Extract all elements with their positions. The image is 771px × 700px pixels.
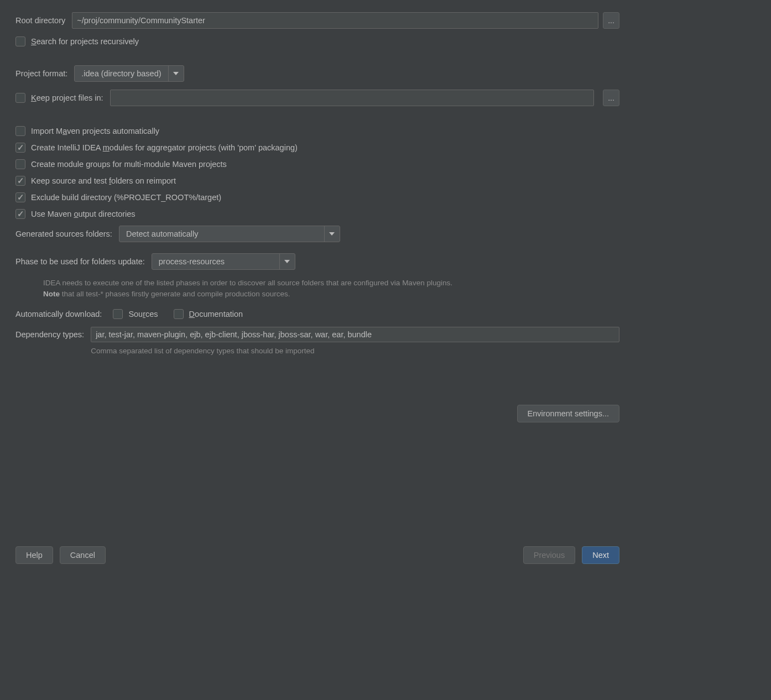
chevron-down-icon bbox=[324, 226, 340, 242]
download-docs-checkbox[interactable] bbox=[174, 309, 184, 319]
help-button[interactable]: Help bbox=[15, 546, 53, 564]
phase-label: Phase to be used for folders update: bbox=[15, 257, 145, 266]
keep-project-files-input[interactable] bbox=[110, 90, 594, 106]
search-recursively-checkbox[interactable] bbox=[15, 36, 25, 46]
chevron-down-icon bbox=[168, 66, 184, 81]
download-docs-label[interactable]: Documentation bbox=[189, 310, 243, 318]
exclude-build-dir-checkbox[interactable] bbox=[15, 192, 25, 202]
phase-hint: IDEA needs to execute one of the listed … bbox=[43, 278, 619, 299]
environment-settings-button[interactable]: Environment settings... bbox=[517, 405, 620, 422]
root-directory-label: Root directory bbox=[15, 16, 65, 25]
chevron-down-icon bbox=[279, 254, 295, 269]
create-aggregator-modules-label[interactable]: Create IntelliJ IDEA modules for aggrega… bbox=[31, 143, 298, 152]
import-maven-auto-label[interactable]: Import Maven projects automatically bbox=[31, 127, 159, 135]
dependency-types-input[interactable] bbox=[91, 327, 619, 342]
cancel-button[interactable]: Cancel bbox=[60, 546, 106, 564]
use-maven-output-checkbox[interactable] bbox=[15, 209, 25, 219]
auto-download-label: Automatically download: bbox=[15, 310, 102, 318]
download-sources-checkbox[interactable] bbox=[113, 309, 123, 319]
keep-folders-checkbox[interactable] bbox=[15, 176, 25, 186]
search-recursively-label[interactable]: Search for projects recursively bbox=[31, 37, 139, 46]
dependency-types-hint: Comma separated list of dependency types… bbox=[91, 347, 619, 355]
phase-select[interactable]: process-resources bbox=[152, 253, 295, 270]
create-module-groups-checkbox[interactable] bbox=[15, 159, 25, 169]
project-format-label: Project format: bbox=[15, 69, 67, 78]
gen-sources-select[interactable]: Detect automatically bbox=[119, 226, 340, 242]
previous-button[interactable]: Previous bbox=[523, 546, 575, 564]
keep-project-files-checkbox[interactable] bbox=[15, 93, 25, 103]
project-format-select[interactable]: .idea (directory based) bbox=[74, 65, 184, 82]
next-button[interactable]: Next bbox=[582, 546, 619, 564]
root-directory-input[interactable] bbox=[72, 12, 598, 29]
download-sources-label[interactable]: Sources bbox=[128, 310, 158, 318]
exclude-build-dir-label[interactable]: Exclude build directory (%PROJECT_ROOT%/… bbox=[31, 193, 221, 202]
browse-keep-files-button[interactable]: ... bbox=[603, 90, 619, 106]
create-module-groups-label[interactable]: Create module groups for multi-module Ma… bbox=[31, 160, 227, 169]
create-aggregator-modules-checkbox[interactable] bbox=[15, 143, 25, 153]
browse-root-directory-button[interactable]: ... bbox=[603, 12, 619, 29]
import-maven-auto-checkbox[interactable] bbox=[15, 126, 25, 136]
keep-project-files-label[interactable]: Keep project files in: bbox=[31, 93, 103, 102]
keep-folders-label[interactable]: Keep source and test folders on reimport bbox=[31, 176, 176, 185]
gen-sources-label: Generated sources folders: bbox=[15, 229, 112, 238]
use-maven-output-label[interactable]: Use Maven output directories bbox=[31, 210, 136, 218]
dependency-types-label: Dependency types: bbox=[15, 327, 84, 339]
